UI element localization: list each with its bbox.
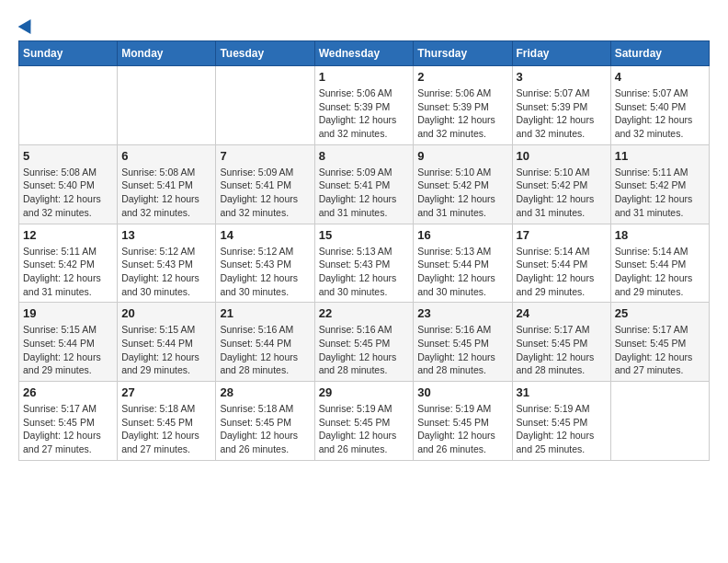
day-number: 24 <box>517 306 607 320</box>
day-info: Sunrise: 5:14 AM Sunset: 5:44 PM Dayligh… <box>517 245 607 299</box>
weekday-header-wednesday: Wednesday <box>314 41 414 66</box>
day-info: Sunrise: 5:19 AM Sunset: 5:45 PM Dayligh… <box>417 402 507 456</box>
calendar-day-cell: 29Sunrise: 5:19 AM Sunset: 5:45 PM Dayli… <box>314 382 414 461</box>
day-info: Sunrise: 5:19 AM Sunset: 5:45 PM Dayligh… <box>319 402 410 456</box>
calendar-day-cell: 27Sunrise: 5:18 AM Sunset: 5:45 PM Dayli… <box>118 382 216 461</box>
day-info: Sunrise: 5:16 AM Sunset: 5:45 PM Dayligh… <box>319 323 410 377</box>
day-number: 25 <box>615 306 705 320</box>
calendar-week-row: 26Sunrise: 5:17 AM Sunset: 5:45 PM Dayli… <box>19 382 710 461</box>
day-number: 31 <box>517 385 607 399</box>
calendar-empty-cell <box>118 66 216 145</box>
day-info: Sunrise: 5:13 AM Sunset: 5:43 PM Dayligh… <box>319 245 410 299</box>
day-info: Sunrise: 5:16 AM Sunset: 5:44 PM Dayligh… <box>220 323 310 377</box>
calendar-day-cell: 6Sunrise: 5:08 AM Sunset: 5:41 PM Daylig… <box>118 144 216 224</box>
day-info: Sunrise: 5:07 AM Sunset: 5:40 PM Dayligh… <box>615 86 705 141</box>
day-number: 20 <box>121 306 211 320</box>
calendar-day-cell: 26Sunrise: 5:17 AM Sunset: 5:45 PM Dayli… <box>19 382 118 461</box>
day-info: Sunrise: 5:08 AM Sunset: 5:40 PM Dayligh… <box>23 166 113 220</box>
day-number: 5 <box>23 149 113 163</box>
day-info: Sunrise: 5:09 AM Sunset: 5:41 PM Dayligh… <box>319 166 410 220</box>
calendar-week-row: 19Sunrise: 5:15 AM Sunset: 5:44 PM Dayli… <box>19 303 710 382</box>
day-info: Sunrise: 5:15 AM Sunset: 5:44 PM Dayligh… <box>121 323 211 377</box>
day-number: 15 <box>319 228 410 242</box>
calendar-empty-cell <box>216 66 314 145</box>
day-info: Sunrise: 5:18 AM Sunset: 5:45 PM Dayligh… <box>121 402 211 456</box>
calendar-day-cell: 13Sunrise: 5:12 AM Sunset: 5:43 PM Dayli… <box>118 224 216 303</box>
weekday-header-sunday: Sunday <box>19 41 118 66</box>
day-number: 17 <box>517 228 607 242</box>
day-number: 26 <box>23 385 113 399</box>
calendar-day-cell: 5Sunrise: 5:08 AM Sunset: 5:40 PM Daylig… <box>19 144 118 224</box>
weekday-header-friday: Friday <box>512 41 610 66</box>
day-number: 3 <box>517 70 607 84</box>
day-info: Sunrise: 5:10 AM Sunset: 5:42 PM Dayligh… <box>517 166 607 220</box>
day-number: 11 <box>615 149 705 163</box>
calendar-day-cell: 2Sunrise: 5:06 AM Sunset: 5:39 PM Daylig… <box>414 66 512 145</box>
logo <box>18 18 37 31</box>
day-info: Sunrise: 5:17 AM Sunset: 5:45 PM Dayligh… <box>615 323 705 377</box>
day-number: 7 <box>220 149 310 163</box>
calendar-day-cell: 10Sunrise: 5:10 AM Sunset: 5:42 PM Dayli… <box>512 144 610 224</box>
calendar-day-cell: 1Sunrise: 5:06 AM Sunset: 5:39 PM Daylig… <box>314 66 414 145</box>
day-info: Sunrise: 5:14 AM Sunset: 5:44 PM Dayligh… <box>615 245 705 299</box>
day-info: Sunrise: 5:06 AM Sunset: 5:39 PM Dayligh… <box>417 86 507 141</box>
calendar-day-cell: 23Sunrise: 5:16 AM Sunset: 5:45 PM Dayli… <box>414 303 512 382</box>
day-number: 10 <box>517 149 607 163</box>
calendar-day-cell: 18Sunrise: 5:14 AM Sunset: 5:44 PM Dayli… <box>610 224 709 303</box>
calendar-day-cell: 8Sunrise: 5:09 AM Sunset: 5:41 PM Daylig… <box>314 144 414 224</box>
calendar-header: SundayMondayTuesdayWednesdayThursdayFrid… <box>19 41 710 66</box>
calendar-day-cell: 20Sunrise: 5:15 AM Sunset: 5:44 PM Dayli… <box>118 303 216 382</box>
calendar-day-cell: 30Sunrise: 5:19 AM Sunset: 5:45 PM Dayli… <box>414 382 512 461</box>
calendar-week-row: 1Sunrise: 5:06 AM Sunset: 5:39 PM Daylig… <box>19 66 710 145</box>
weekday-header-saturday: Saturday <box>610 41 709 66</box>
weekday-header-thursday: Thursday <box>414 41 512 66</box>
day-info: Sunrise: 5:13 AM Sunset: 5:44 PM Dayligh… <box>417 245 507 299</box>
day-info: Sunrise: 5:19 AM Sunset: 5:45 PM Dayligh… <box>517 402 607 456</box>
day-number: 8 <box>319 149 410 163</box>
calendar-day-cell: 9Sunrise: 5:10 AM Sunset: 5:42 PM Daylig… <box>414 144 512 224</box>
day-number: 4 <box>615 70 705 84</box>
calendar-table: SundayMondayTuesdayWednesdayThursdayFrid… <box>18 40 710 461</box>
calendar-day-cell: 11Sunrise: 5:11 AM Sunset: 5:42 PM Dayli… <box>610 144 709 224</box>
weekday-header-tuesday: Tuesday <box>216 41 314 66</box>
calendar-day-cell: 24Sunrise: 5:17 AM Sunset: 5:45 PM Dayli… <box>512 303 610 382</box>
day-info: Sunrise: 5:09 AM Sunset: 5:41 PM Dayligh… <box>220 166 310 220</box>
calendar-week-row: 5Sunrise: 5:08 AM Sunset: 5:40 PM Daylig… <box>19 144 710 224</box>
day-number: 23 <box>417 306 507 320</box>
calendar-body: 1Sunrise: 5:06 AM Sunset: 5:39 PM Daylig… <box>19 66 710 461</box>
calendar-day-cell: 28Sunrise: 5:18 AM Sunset: 5:45 PM Dayli… <box>216 382 314 461</box>
day-info: Sunrise: 5:18 AM Sunset: 5:45 PM Dayligh… <box>220 402 310 456</box>
calendar-day-cell: 31Sunrise: 5:19 AM Sunset: 5:45 PM Dayli… <box>512 382 610 461</box>
calendar-empty-cell <box>610 382 709 461</box>
day-number: 21 <box>220 306 310 320</box>
calendar-day-cell: 17Sunrise: 5:14 AM Sunset: 5:44 PM Dayli… <box>512 224 610 303</box>
calendar-day-cell: 7Sunrise: 5:09 AM Sunset: 5:41 PM Daylig… <box>216 144 314 224</box>
weekday-header-row: SundayMondayTuesdayWednesdayThursdayFrid… <box>19 41 710 66</box>
calendar-day-cell: 22Sunrise: 5:16 AM Sunset: 5:45 PM Dayli… <box>314 303 414 382</box>
day-number: 29 <box>319 385 410 399</box>
day-number: 28 <box>220 385 310 399</box>
day-number: 30 <box>417 385 507 399</box>
calendar-week-row: 12Sunrise: 5:11 AM Sunset: 5:42 PM Dayli… <box>19 224 710 303</box>
logo-triangle-icon <box>18 16 38 34</box>
day-number: 16 <box>417 228 507 242</box>
weekday-header-monday: Monday <box>118 41 216 66</box>
day-number: 19 <box>23 306 113 320</box>
calendar-day-cell: 25Sunrise: 5:17 AM Sunset: 5:45 PM Dayli… <box>610 303 709 382</box>
day-info: Sunrise: 5:11 AM Sunset: 5:42 PM Dayligh… <box>23 245 113 299</box>
day-info: Sunrise: 5:17 AM Sunset: 5:45 PM Dayligh… <box>517 323 607 377</box>
calendar-day-cell: 4Sunrise: 5:07 AM Sunset: 5:40 PM Daylig… <box>610 66 709 145</box>
day-number: 22 <box>319 306 410 320</box>
day-number: 1 <box>319 70 410 84</box>
calendar-empty-cell <box>19 66 118 145</box>
day-info: Sunrise: 5:17 AM Sunset: 5:45 PM Dayligh… <box>23 402 113 456</box>
day-number: 14 <box>220 228 310 242</box>
calendar-day-cell: 15Sunrise: 5:13 AM Sunset: 5:43 PM Dayli… <box>314 224 414 303</box>
day-info: Sunrise: 5:12 AM Sunset: 5:43 PM Dayligh… <box>121 245 211 299</box>
day-info: Sunrise: 5:06 AM Sunset: 5:39 PM Dayligh… <box>319 86 410 141</box>
day-number: 27 <box>121 385 211 399</box>
calendar-day-cell: 12Sunrise: 5:11 AM Sunset: 5:42 PM Dayli… <box>19 224 118 303</box>
day-info: Sunrise: 5:07 AM Sunset: 5:39 PM Dayligh… <box>517 86 607 141</box>
page-header <box>18 18 710 31</box>
day-info: Sunrise: 5:08 AM Sunset: 5:41 PM Dayligh… <box>121 166 211 220</box>
